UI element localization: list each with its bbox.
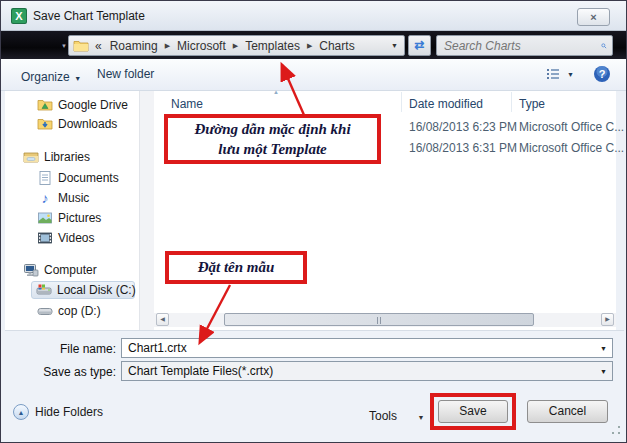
column-divider	[401, 92, 402, 112]
search-icon	[601, 39, 607, 53]
hide-folders-button[interactable]: ▲ Hide Folders	[13, 404, 103, 420]
window-title: Save Chart Template	[33, 9, 145, 23]
chevron-down-icon: ▼	[74, 75, 81, 82]
sidebar-label: Documents	[58, 171, 119, 185]
music-note-icon: ♪	[37, 190, 53, 206]
sidebar-item-videos[interactable]: Videos	[37, 229, 94, 247]
close-button[interactable]: ×	[577, 8, 610, 26]
organize-label: Organize	[21, 70, 70, 84]
excel-app-icon: X	[11, 8, 27, 24]
sidebar-label: Music	[58, 191, 89, 205]
scrollbar-thumb[interactable]	[224, 313, 534, 326]
recent-pages-dropdown-icon[interactable]: ▼	[61, 43, 67, 49]
tools-button[interactable]: Tools ▼	[369, 406, 424, 424]
save-as-type-label: Save as type:	[38, 365, 116, 379]
downloads-folder-icon	[37, 116, 53, 132]
dialog-footer: File name: ▼ Save as type: Chart Templat…	[1, 331, 627, 443]
search-box[interactable]	[436, 35, 613, 56]
local-disk-icon	[36, 282, 52, 298]
sidebar-item-pictures[interactable]: Pictures	[37, 209, 101, 227]
refresh-icon: ⇄	[414, 38, 424, 52]
sidebar-item-music[interactable]: ♪ Music	[37, 189, 89, 207]
sidebar-label: Pictures	[58, 211, 101, 225]
sidebar-label: cop (D:)	[58, 304, 101, 318]
sort-ascending-icon: ▲	[273, 89, 279, 95]
annotation-line1: Đường dẫn mặc định khi	[168, 119, 377, 139]
save-chart-template-dialog: X Save Chart Template × ← → ▼ « Roaming▶…	[0, 0, 627, 443]
search-input[interactable]	[437, 39, 601, 53]
sidebar-item-google-drive[interactable]: Google Drive	[37, 96, 128, 114]
google-drive-folder-icon	[37, 97, 53, 113]
scroll-right-icon[interactable]: ▶	[601, 313, 614, 326]
sidebar-item-downloads[interactable]: Downloads	[37, 115, 117, 133]
address-dropdown-icon[interactable]: ▼	[391, 42, 404, 49]
views-dropdown-icon[interactable]: ▼	[567, 71, 574, 78]
annotation-default-path-note: Đường dẫn mặc định khi lưu một Template	[164, 114, 381, 164]
hide-folders-label: Hide Folders	[35, 405, 103, 419]
file-row-date[interactable]: 16/08/2013 6:31 PM	[409, 141, 517, 155]
file-name-label: File name:	[38, 342, 116, 356]
resize-grip[interactable]	[611, 425, 621, 435]
sidebar-item-local-disk-c[interactable]: Local Disk (C:)	[31, 281, 135, 299]
collapse-up-icon: ▲	[13, 404, 29, 420]
svg-text:X: X	[15, 10, 23, 22]
address-bar[interactable]: « Roaming▶ Microsoft▶ Templates▶ Charts …	[68, 35, 405, 56]
sidebar-item-computer[interactable]: Computer	[23, 261, 97, 279]
chevron-right-icon: ▶	[162, 42, 173, 50]
views-button[interactable]	[545, 66, 561, 86]
file-row-date[interactable]: 16/08/2013 6:23 PM	[409, 120, 517, 134]
chevron-down-icon: ▼	[417, 414, 424, 421]
new-folder-button[interactable]: New folder	[97, 67, 154, 81]
help-icon: ?	[593, 65, 611, 83]
folder-icon	[73, 38, 89, 54]
sidebar-label: Computer	[44, 263, 97, 277]
column-header-name[interactable]: Name	[171, 97, 203, 111]
pictures-icon	[37, 210, 53, 226]
title-bar: X Save Chart Template ×	[1, 1, 627, 31]
sidebar-label: Local Disk (C:)	[57, 283, 136, 297]
breadcrumb-charts[interactable]: Charts	[315, 39, 358, 53]
breadcrumb-roaming[interactable]: Roaming	[106, 39, 162, 53]
combo-dropdown-icon[interactable]: ▼	[600, 345, 612, 352]
file-row-type[interactable]: Microsoft Office C...	[519, 120, 624, 134]
sidebar-label: Google Drive	[58, 98, 128, 112]
computer-icon	[23, 262, 39, 278]
annotation-line2: lưu một Template	[168, 139, 377, 159]
organize-button[interactable]: Organize ▼	[21, 67, 81, 85]
views-icon	[545, 66, 561, 82]
file-name-combo[interactable]: ▼	[121, 338, 613, 358]
help-button[interactable]: ?	[593, 65, 611, 87]
svg-text:?: ?	[599, 68, 606, 80]
scroll-left-icon[interactable]: ◀	[156, 313, 169, 326]
annotation-set-name-note: Đặt tên mẫu	[165, 251, 307, 284]
file-row-type[interactable]: Microsoft Office C...	[519, 141, 624, 155]
column-header-type[interactable]: Type	[519, 97, 545, 111]
breadcrumb-templates[interactable]: Templates	[241, 39, 304, 53]
column-divider	[511, 92, 512, 112]
drive-icon	[37, 303, 53, 319]
save-as-type-value: Chart Template Files(*.crtx)	[128, 364, 273, 378]
chevron-right-icon: ▶	[230, 42, 241, 50]
sidebar-item-libraries[interactable]: Libraries	[23, 148, 90, 166]
combo-dropdown-icon[interactable]: ▼	[600, 368, 612, 375]
save-as-type-select[interactable]: Chart Template Files(*.crtx) ▼	[121, 361, 613, 381]
sidebar-label: Videos	[58, 231, 94, 245]
save-button-highlight	[430, 393, 516, 430]
sidebar-item-documents[interactable]: Documents	[37, 169, 119, 187]
sidebar-scrollbar[interactable]: ▲ ▼	[139, 91, 154, 331]
file-name-input[interactable]	[122, 341, 562, 355]
sidebar-item-cop-d[interactable]: cop (D:)	[37, 302, 101, 320]
breadcrumb-collapsed[interactable]: «	[91, 39, 106, 53]
command-toolbar: Organize ▼ New folder ▼ ?	[1, 59, 627, 91]
libraries-icon	[23, 149, 39, 165]
breadcrumb-microsoft[interactable]: Microsoft	[173, 39, 230, 53]
sidebar-label: Downloads	[58, 117, 117, 131]
chevron-right-icon: ▶	[304, 42, 315, 50]
cancel-button[interactable]: Cancel	[527, 400, 608, 423]
refresh-button[interactable]: ⇄	[408, 35, 431, 56]
column-header-date-modified[interactable]: Date modified	[409, 97, 483, 111]
videos-icon	[37, 230, 53, 246]
tools-label: Tools	[369, 409, 397, 423]
filelist-h-scrollbar[interactable]: ◀ ▶	[154, 313, 616, 327]
navigation-pane: Google Drive Downloads Libraries Documen…	[5, 91, 139, 331]
